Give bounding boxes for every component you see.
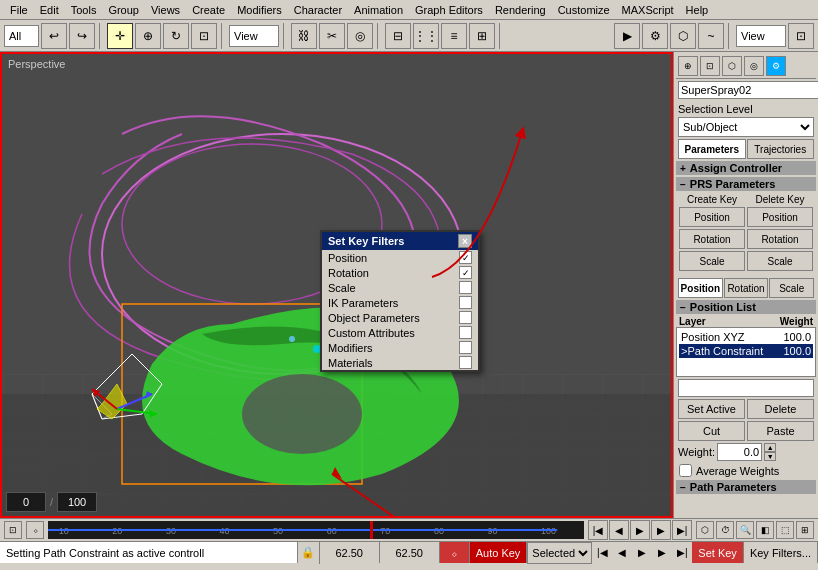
timeline-track[interactable]: 10 20 30 40 50 60 70 80 90 100 bbox=[48, 521, 584, 539]
setkey-scale-check[interactable] bbox=[459, 281, 472, 294]
rp-icon4[interactable]: ◎ bbox=[744, 56, 764, 76]
menu-file[interactable]: File bbox=[4, 0, 34, 20]
step-fwd-btn[interactable]: ▶ bbox=[651, 520, 671, 540]
toolbar-select-btn[interactable]: ✛ bbox=[107, 23, 133, 49]
toolbar-material-btn[interactable]: ⬡ bbox=[670, 23, 696, 49]
status-next-btn[interactable]: ▶| bbox=[672, 543, 692, 563]
toolbar-unlink-btn[interactable]: ✂ bbox=[319, 23, 345, 49]
paste-btn[interactable]: Paste bbox=[747, 421, 814, 441]
filter-input[interactable] bbox=[678, 379, 814, 397]
toolbar-rendersetup-btn[interactable]: ⚙ bbox=[642, 23, 668, 49]
toolbar-all-dropdown[interactable]: All bbox=[4, 25, 39, 47]
prs-header[interactable]: − PRS Parameters bbox=[676, 177, 816, 191]
delete-scale-btn[interactable]: Scale bbox=[747, 251, 813, 271]
weight-input[interactable] bbox=[717, 443, 762, 461]
delete-btn[interactable]: Delete bbox=[747, 399, 814, 419]
tab-parameters[interactable]: Parameters bbox=[678, 139, 746, 159]
toolbar-array-btn[interactable]: ⋮⋮ bbox=[413, 23, 439, 49]
delete-position-btn[interactable]: Position bbox=[747, 207, 813, 227]
status-next-key-btn[interactable]: ▶ bbox=[652, 543, 672, 563]
toolbar-move-btn[interactable]: ⊕ bbox=[135, 23, 161, 49]
menu-maxscript[interactable]: MAXScript bbox=[616, 0, 680, 20]
sub-object-dropdown[interactable]: Sub/Object bbox=[678, 117, 814, 137]
coord-x-input[interactable] bbox=[320, 542, 380, 563]
set-active-btn[interactable]: Set Active bbox=[678, 399, 745, 419]
average-weights-checkbox[interactable] bbox=[679, 464, 692, 477]
key-icon-btn[interactable]: ⬦ bbox=[440, 542, 470, 563]
setkey-materials-check[interactable] bbox=[459, 356, 472, 369]
rp-icon3[interactable]: ⬡ bbox=[722, 56, 742, 76]
tl-icon4[interactable]: ⬚ bbox=[776, 521, 794, 539]
assign-controller-header[interactable]: + Assign Controller bbox=[676, 161, 816, 175]
rp-icon1[interactable]: ⊕ bbox=[678, 56, 698, 76]
object-name-input[interactable] bbox=[678, 81, 818, 99]
tl-search[interactable]: 🔍 bbox=[736, 521, 754, 539]
frame-current-input[interactable]: 0 bbox=[6, 492, 46, 512]
menu-views[interactable]: Views bbox=[145, 0, 186, 20]
status-prev-key-btn[interactable]: ◀ bbox=[612, 543, 632, 563]
toolbar-curve-btn[interactable]: ~ bbox=[698, 23, 724, 49]
setkey-modifiers-check[interactable] bbox=[459, 341, 472, 354]
tl-scrubber[interactable] bbox=[370, 521, 373, 539]
setkey-position-check[interactable]: ✓ bbox=[459, 251, 472, 264]
cut-btn[interactable]: Cut bbox=[678, 421, 745, 441]
tab-scale[interactable]: Scale bbox=[769, 278, 814, 298]
auto-key-btn[interactable]: Auto Key bbox=[470, 542, 528, 563]
menu-character[interactable]: Character bbox=[288, 0, 348, 20]
toolbar-view2-dropdown[interactable]: View bbox=[736, 25, 786, 47]
toolbar-group-btn[interactable]: ⊞ bbox=[469, 23, 495, 49]
frame-total-input[interactable]: 100 bbox=[57, 492, 97, 512]
setkey-ik-check[interactable] bbox=[459, 296, 472, 309]
tl-icon1[interactable]: ⊡ bbox=[4, 521, 22, 539]
tl-icon2[interactable]: ⬦ bbox=[26, 521, 44, 539]
toolbar-undo-btn[interactable]: ↩ bbox=[41, 23, 67, 49]
create-position-btn[interactable]: Position bbox=[679, 207, 745, 227]
setkey-rotation-check[interactable]: ✓ bbox=[459, 266, 472, 279]
coord-y-input[interactable] bbox=[380, 542, 440, 563]
pos-list-row2[interactable]: >Path Constraint 100.0 bbox=[679, 344, 813, 358]
setkey-custom-check[interactable] bbox=[459, 326, 472, 339]
tl-icon3[interactable]: ◧ bbox=[756, 521, 774, 539]
path-parameters-header[interactable]: − Path Parameters bbox=[676, 480, 816, 494]
toolbar-render-btn[interactable]: ▶ bbox=[614, 23, 640, 49]
setkey-object-check[interactable] bbox=[459, 311, 472, 324]
tab-rotation[interactable]: Rotation bbox=[724, 278, 769, 298]
delete-rotation-btn[interactable]: Rotation bbox=[747, 229, 813, 249]
create-rotation-btn[interactable]: Rotation bbox=[679, 229, 745, 249]
tl-time-config[interactable]: ⏱ bbox=[716, 521, 734, 539]
menu-help[interactable]: Help bbox=[680, 0, 715, 20]
menu-create[interactable]: Create bbox=[186, 0, 231, 20]
menu-tools[interactable]: Tools bbox=[65, 0, 103, 20]
toolbar-scale-btn[interactable]: ⊡ bbox=[191, 23, 217, 49]
rp-icon5[interactable]: ⚙ bbox=[766, 56, 786, 76]
prev-frame-btn[interactable]: |◀ bbox=[588, 520, 608, 540]
play-btn[interactable]: ▶ bbox=[630, 520, 650, 540]
menu-group[interactable]: Group bbox=[102, 0, 145, 20]
lock-icon[interactable]: 🔒 bbox=[298, 542, 320, 564]
toolbar-vp-btn[interactable]: ⊡ bbox=[788, 23, 814, 49]
menu-edit[interactable]: Edit bbox=[34, 0, 65, 20]
position-list-header[interactable]: − Position List bbox=[676, 300, 816, 314]
toolbar-redo-btn[interactable]: ↪ bbox=[69, 23, 95, 49]
selected-dropdown[interactable]: Selected bbox=[527, 542, 592, 564]
weight-spin-up[interactable]: ▲ bbox=[764, 443, 776, 452]
menu-modifiers[interactable]: Modifiers bbox=[231, 0, 288, 20]
key-filters-btn[interactable]: Key Filters... bbox=[744, 542, 818, 563]
toolbar-align-btn[interactable]: ≡ bbox=[441, 23, 467, 49]
setkey-close-btn[interactable]: × bbox=[458, 234, 472, 248]
menu-graph-editors[interactable]: Graph Editors bbox=[409, 0, 489, 20]
pos-list-row1[interactable]: Position XYZ 100.0 bbox=[679, 330, 813, 344]
create-scale-btn[interactable]: Scale bbox=[679, 251, 745, 271]
toolbar-link-btn[interactable]: ⛓ bbox=[291, 23, 317, 49]
tl-key-mode[interactable]: ⬡ bbox=[696, 521, 714, 539]
position-list[interactable]: Position XYZ 100.0 >Path Constraint 100.… bbox=[676, 327, 816, 377]
tab-position[interactable]: Position bbox=[678, 278, 723, 298]
toolbar-view-dropdown[interactable]: View bbox=[229, 25, 279, 47]
menu-animation[interactable]: Animation bbox=[348, 0, 409, 20]
toolbar-rotate-btn[interactable]: ↻ bbox=[163, 23, 189, 49]
menu-rendering[interactable]: Rendering bbox=[489, 0, 552, 20]
toolbar-mirror-btn[interactable]: ⊟ bbox=[385, 23, 411, 49]
next-frame-btn[interactable]: ▶| bbox=[672, 520, 692, 540]
tab-trajectories[interactable]: Trajectories bbox=[747, 139, 815, 159]
step-back-btn[interactable]: ◀ bbox=[609, 520, 629, 540]
